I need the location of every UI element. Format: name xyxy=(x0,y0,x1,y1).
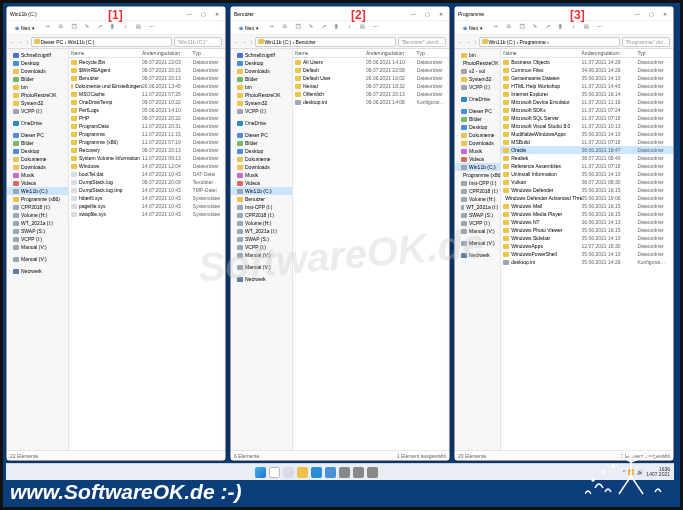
start-button[interactable] xyxy=(255,467,266,478)
search-input[interactable]: "Programme" dur… xyxy=(622,37,670,47)
sidebar-dieserpc[interactable]: Dieser PC xyxy=(231,131,292,139)
maximize-button[interactable]: ▢ xyxy=(198,11,208,17)
file-row[interactable]: Windows Defender Advanced Threat Prot..0… xyxy=(501,194,673,202)
file-row[interactable]: Programme11.07.2021 11:15Dateiordner xyxy=(69,130,225,138)
cut-icon[interactable]: ✂ xyxy=(43,23,52,32)
sidebar-onedrive[interactable]: OneDrive xyxy=(7,119,68,127)
sidebar-quick-access[interactable]: Schnellzugriff xyxy=(7,51,68,59)
sidebar-win11b[interactable]: Win11b (C:) xyxy=(7,187,68,195)
sidebar-cpp2018[interactable]: CPP2018 (I:) xyxy=(455,187,500,195)
view-icon[interactable]: ▤ xyxy=(134,23,143,32)
file-row[interactable]: System Volume Information11.07.2021 09:1… xyxy=(69,154,225,162)
sidebar-win11b[interactable]: Win11b (C:) xyxy=(455,163,500,171)
sidebar-netzwerk[interactable]: Netzwerk xyxy=(231,275,292,283)
file-row[interactable]: Nenad08.07.2021 18:32Dateiordner xyxy=(293,82,449,90)
close-button[interactable]: ✕ xyxy=(212,11,222,17)
file-row[interactable]: Windows Media Player05.06.2021 16:15Date… xyxy=(501,210,673,218)
delete-icon[interactable]: 🗑 xyxy=(556,23,565,32)
up-button[interactable]: ↑ xyxy=(250,39,253,45)
file-row[interactable]: Windows Photo Viewer05.06.2021 16:15Date… xyxy=(501,226,673,234)
file-row[interactable]: Microsoft Device Emulator11.07.2021 11:1… xyxy=(501,98,673,106)
sidebar-manual[interactable]: Manual (V:) xyxy=(7,243,68,251)
sidebar-win11b[interactable]: Win11b (C:) xyxy=(231,187,292,195)
file-row[interactable]: WindowsPowerShell05.06.2021 14:10Dateior… xyxy=(501,250,673,258)
file-row[interactable]: desktop.ini06.06.2021 14:08Konfigurat… xyxy=(293,98,449,106)
system-tray[interactable]: ^ 📶 🔊 16361407.2021 xyxy=(623,467,670,477)
sidebar-desktop2[interactable]: Desktop xyxy=(7,147,68,155)
sidebar-instcpp[interactable]: Inst-CPP (I:) xyxy=(231,203,292,211)
rename-icon[interactable]: ✎ xyxy=(82,23,91,32)
file-row[interactable]: Business Objects11.07.2021 14:29Dateiord… xyxy=(501,58,673,66)
sidebar-swap[interactable]: SWAP (S:) xyxy=(7,227,68,235)
column-header[interactable]: NameÄnderungsdatumTyp xyxy=(69,49,225,58)
file-row[interactable]: Microsoft SQL Server11.07.2021 07:18Date… xyxy=(501,114,673,122)
sidebar-onedrive[interactable]: OneDrive xyxy=(231,119,292,127)
sidebar-manual2[interactable]: Manual (V:) xyxy=(231,263,292,271)
column-header[interactable]: NameÄnderungsdatumTyp xyxy=(293,49,449,58)
file-row[interactable]: All Users05.06.2021 14:10Dateiordner xyxy=(293,58,449,66)
file-row[interactable]: Dokumente und Einstellungen26.06.2021 13… xyxy=(69,82,225,90)
sidebar-musik[interactable]: Musik xyxy=(7,171,68,179)
sidebar-volume[interactable]: Volume (H:) xyxy=(455,195,500,203)
taskbar-explorer-icon[interactable] xyxy=(297,467,308,478)
taskbar-pinned-icon[interactable] xyxy=(367,467,378,478)
file-row[interactable]: Öffentlich08.07.2021 20:13Dateiordner xyxy=(293,90,449,98)
close-button[interactable]: ✕ xyxy=(660,11,670,17)
file-row[interactable]: Microsoft Visual Studio 8.011.07.2021 10… xyxy=(501,122,673,130)
breadcrumb[interactable]: Dieser PC › Win11b (C:) xyxy=(31,37,173,47)
sidebar-dieserpc[interactable]: Dieser PC xyxy=(455,107,500,115)
sidebar-musik[interactable]: Musik xyxy=(231,171,292,179)
sidebar-bilder[interactable]: Bilder xyxy=(231,75,292,83)
sidebar-desktop[interactable]: Desktop xyxy=(231,59,292,67)
sort-icon[interactable]: ↕ xyxy=(569,23,578,32)
new-button[interactable]: ⊕Neu▾ xyxy=(11,24,39,32)
file-row[interactable]: ModifiableWindowsApps05.06.2021 14:10Dat… xyxy=(501,130,673,138)
back-button[interactable]: ← xyxy=(10,39,15,45)
file-row[interactable]: Programme (x86)11.07.2021 07:19Dateiordn… xyxy=(69,138,225,146)
file-row[interactable]: MSOCache11.07.2021 07:25Dateiordner xyxy=(69,90,225,98)
titlebar[interactable]: Benutzer — ▢ ✕ xyxy=(231,7,449,21)
sidebar-bilder[interactable]: Bilder xyxy=(455,115,500,123)
breadcrumb[interactable]: Win11b (C:) › Programme › xyxy=(479,37,621,47)
sidebar-downloads2[interactable]: Downloads xyxy=(231,163,292,171)
sort-icon[interactable]: ↕ xyxy=(121,23,130,32)
sidebar-vcpp[interactable]: VCPP (I:) xyxy=(7,107,68,115)
new-button[interactable]: ⊕Neu▾ xyxy=(459,24,487,32)
file-row[interactable]: Oracle08.06.2021 18:47Dateiordner xyxy=(501,146,673,154)
sidebar-photoresize[interactable]: PhotoResizeOK xyxy=(231,91,292,99)
sidebar-programme[interactable]: Programme (x86) xyxy=(7,195,68,203)
file-row[interactable]: hiberfil.sys14.07.2021 10:43Systemdatei xyxy=(69,194,225,202)
copy-icon[interactable]: ⧉ xyxy=(280,23,289,32)
sidebar-wt2021a[interactable]: WT_2021a (I:) xyxy=(231,227,292,235)
file-row[interactable]: Reference Assemblies11.07.2021 07:18Date… xyxy=(501,162,673,170)
file-row[interactable]: MSBuild11.07.2021 07:18Dateiordner xyxy=(501,138,673,146)
sidebar-videos[interactable]: Videos xyxy=(7,179,68,187)
sidebar-system32[interactable]: System32 xyxy=(231,99,292,107)
file-row[interactable]: Windows Sidebar05.06.2021 14:10Dateiordn… xyxy=(501,234,673,242)
rename-icon[interactable]: ✎ xyxy=(530,23,539,32)
delete-icon[interactable]: 🗑 xyxy=(108,23,117,32)
sidebar-netzwerk[interactable]: Netzwerk xyxy=(7,267,68,275)
file-row[interactable]: Windows14.07.2021 12:04Dateiordner xyxy=(69,162,225,170)
back-button[interactable]: ← xyxy=(458,39,463,45)
taskbar-pinned-icon[interactable] xyxy=(353,467,364,478)
file-row[interactable]: Default User26.06.2021 16:02Dateiordner xyxy=(293,74,449,82)
file-row[interactable]: Windows NT26.06.2021 14:13Dateiordner xyxy=(501,218,673,226)
file-row[interactable]: Benutzer08.07.2021 20:13Dateiordner xyxy=(69,74,225,82)
column-header[interactable]: NameÄnderungsdatumTyp xyxy=(501,49,673,58)
file-row[interactable]: Recovery08.07.2021 20:13Dateiordner xyxy=(69,146,225,154)
sidebar-musik[interactable]: Musik xyxy=(455,147,500,155)
minimize-button[interactable]: — xyxy=(632,11,642,17)
sidebar-desktop2[interactable]: Desktop xyxy=(231,147,292,155)
maximize-button[interactable]: ▢ xyxy=(646,11,656,17)
delete-icon[interactable]: 🗑 xyxy=(332,23,341,32)
minimize-button[interactable]: — xyxy=(184,11,194,17)
taskbar-edge-icon[interactable] xyxy=(311,467,322,478)
taskbar-taskview-icon[interactable] xyxy=(283,467,294,478)
sidebar-netzwerk[interactable]: Netzwerk xyxy=(455,251,500,259)
sidebar-desktop[interactable]: Desktop xyxy=(7,59,68,67)
sidebar-quick-access[interactable]: Schnellzugriff xyxy=(231,51,292,59)
sidebar-manual2[interactable]: Manual (V:) xyxy=(7,255,68,263)
view-icon[interactable]: ▤ xyxy=(358,23,367,32)
sidebar-manual[interactable]: Manual (V:) xyxy=(231,251,292,259)
